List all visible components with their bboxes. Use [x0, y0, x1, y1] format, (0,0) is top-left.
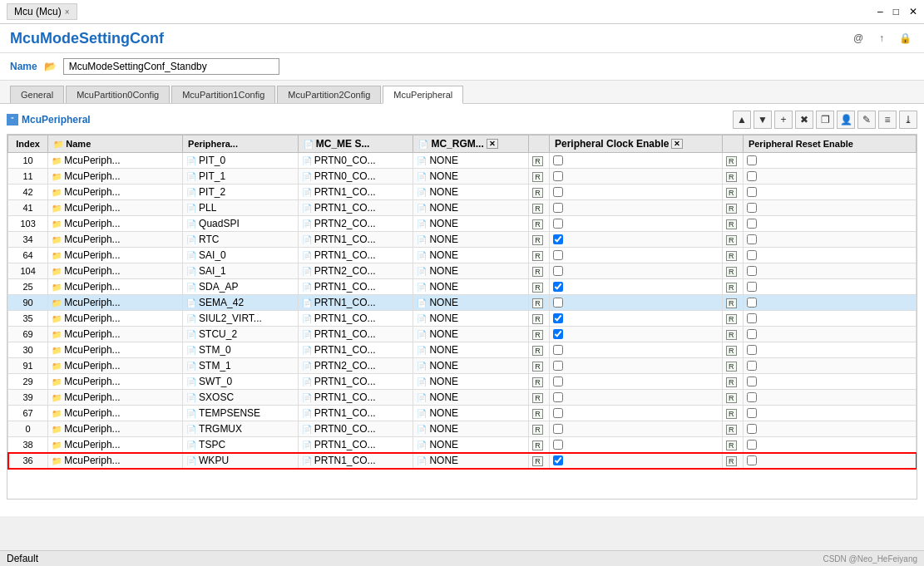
table-row[interactable]: 90 📁 McuPeriph... 📄 SEMA_42 📄 PRTN1_CO..…	[8, 295, 917, 311]
clock-checkbox[interactable]	[553, 171, 563, 181]
table-row[interactable]: 91 📁 McuPeriph... 📄 STM_1 📄 PRTN2_CO... …	[8, 358, 917, 374]
cell-reset-en[interactable]	[743, 232, 916, 248]
reset-checkbox[interactable]	[747, 345, 757, 355]
cell-reset-en[interactable]	[743, 279, 916, 295]
cell-clock-en[interactable]	[550, 390, 723, 406]
cell-clock-en[interactable]	[550, 200, 723, 216]
table-row[interactable]: 34 📁 McuPeriph... 📄 RTC 📄 PRTN1_CO... 📄 …	[8, 232, 917, 248]
reset-checkbox[interactable]	[747, 408, 757, 418]
cell-reset-en[interactable]	[743, 406, 916, 421]
clock-checkbox[interactable]	[553, 313, 563, 323]
reset-checkbox[interactable]	[747, 250, 757, 260]
clock-checkbox[interactable]	[553, 250, 563, 260]
cell-clock-en[interactable]	[550, 358, 723, 374]
reset-checkbox[interactable]	[747, 155, 757, 165]
reset-checkbox[interactable]	[747, 187, 757, 197]
table-row[interactable]: 38 📁 McuPeriph... 📄 TSPC 📄 PRTN1_CO... 📄…	[8, 437, 917, 453]
tab-peripheral[interactable]: McuPeripheral	[383, 86, 463, 104]
reset-checkbox[interactable]	[747, 329, 757, 339]
title-tab-close[interactable]: ×	[65, 7, 70, 17]
lock-icon[interactable]: 🔒	[896, 29, 914, 47]
col-x-clock[interactable]: ✕	[671, 139, 683, 149]
toolbar-up-btn[interactable]: ▲	[733, 111, 751, 129]
toolbar-user-btn[interactable]: 👤	[837, 111, 855, 129]
cell-clock-en[interactable]	[550, 216, 723, 232]
cell-clock-en[interactable]	[550, 248, 723, 263]
cell-reset-en[interactable]	[743, 295, 916, 311]
cell-reset-en[interactable]	[743, 248, 916, 263]
cell-clock-en[interactable]	[550, 327, 723, 342]
cell-clock-en[interactable]	[550, 437, 723, 453]
reset-checkbox[interactable]	[747, 234, 757, 244]
cell-clock-en[interactable]	[550, 185, 723, 200]
toolbar-list-btn[interactable]: ≡	[878, 111, 897, 129]
cell-clock-en[interactable]	[550, 342, 723, 358]
table-row[interactable]: 25 📁 McuPeriph... 📄 SDA_AP 📄 PRTN1_CO...…	[8, 279, 917, 295]
clock-checkbox[interactable]	[553, 455, 563, 465]
tab-general[interactable]: General	[10, 86, 64, 103]
table-row[interactable]: 69 📁 McuPeriph... 📄 STCU_2 📄 PRTN1_CO...…	[8, 327, 917, 342]
table-row[interactable]: 41 📁 McuPeriph... 📄 PLL 📄 PRTN1_CO... 📄 …	[8, 200, 917, 216]
clock-checkbox[interactable]	[553, 266, 563, 276]
cell-clock-en[interactable]	[550, 421, 723, 437]
cell-reset-en[interactable]	[743, 153, 916, 169]
reset-checkbox[interactable]	[747, 282, 757, 292]
clock-checkbox[interactable]	[553, 424, 563, 434]
tab-partition2[interactable]: McuPartition2Config	[277, 86, 381, 103]
cell-reset-en[interactable]	[743, 390, 916, 406]
clock-checkbox[interactable]	[553, 392, 563, 402]
reset-checkbox[interactable]	[747, 219, 757, 229]
cell-clock-en[interactable]	[550, 153, 723, 169]
cell-clock-en[interactable]	[550, 311, 723, 327]
cell-reset-en[interactable]	[743, 327, 916, 342]
clock-checkbox[interactable]	[553, 155, 563, 165]
tab-partition1[interactable]: McuPartition1Config	[171, 86, 275, 103]
reset-checkbox[interactable]	[747, 392, 757, 402]
reset-checkbox[interactable]	[747, 455, 757, 465]
cell-clock-en[interactable]	[550, 263, 723, 279]
cell-reset-en[interactable]	[743, 374, 916, 390]
toolbar-export-btn[interactable]: ⤓	[899, 111, 917, 129]
col-x-mcrgm[interactable]: ✕	[487, 139, 498, 149]
table-row[interactable]: 0 📁 McuPeriph... 📄 TRGMUX 📄 PRTN0_CO... …	[8, 421, 917, 437]
table-row[interactable]: 11 📁 McuPeriph... 📄 PIT_1 📄 PRTN0_CO... …	[8, 169, 917, 185]
table-row[interactable]: 67 📁 McuPeriph... 📄 TEMPSENSE 📄 PRTN1_CO…	[8, 406, 917, 421]
table-row[interactable]: 103 📁 McuPeriph... 📄 QuadSPI 📄 PRTN2_CO.…	[8, 216, 917, 232]
cell-reset-en[interactable]	[743, 358, 916, 374]
reset-checkbox[interactable]	[747, 424, 757, 434]
cell-reset-en[interactable]	[743, 185, 916, 200]
name-input[interactable]	[63, 58, 279, 75]
cell-reset-en[interactable]	[743, 200, 916, 216]
reset-checkbox[interactable]	[747, 203, 757, 213]
table-row[interactable]: 29 📁 McuPeriph... 📄 SWT_0 📄 PRTN1_CO... …	[8, 374, 917, 390]
clock-checkbox[interactable]	[553, 187, 563, 197]
reset-checkbox[interactable]	[747, 266, 757, 276]
cell-reset-en[interactable]	[743, 437, 916, 453]
reset-checkbox[interactable]	[747, 440, 757, 450]
reset-checkbox[interactable]	[747, 313, 757, 323]
reset-checkbox[interactable]	[747, 171, 757, 181]
reset-checkbox[interactable]	[747, 361, 757, 371]
table-row[interactable]: 104 📁 McuPeriph... 📄 SAI_1 📄 PRTN2_CO...…	[8, 263, 917, 279]
table-row[interactable]: 10 📁 McuPeriph... 📄 PIT_0 📄 PRTN0_CO... …	[8, 153, 917, 169]
minimize-icon[interactable]: –	[877, 6, 883, 17]
cell-clock-en[interactable]	[550, 169, 723, 185]
clock-checkbox[interactable]	[553, 440, 563, 450]
cell-clock-en[interactable]	[550, 453, 723, 469]
title-tab[interactable]: Mcu (Mcu) ×	[7, 3, 77, 20]
clock-checkbox[interactable]	[553, 282, 563, 292]
table-row[interactable]: 36 📁 McuPeriph... 📄 WKPU 📄 PRTN1_CO... 📄…	[8, 453, 917, 469]
cell-clock-en[interactable]	[550, 279, 723, 295]
toolbar-add-btn[interactable]: +	[774, 111, 793, 129]
cell-reset-en[interactable]	[743, 263, 916, 279]
clock-checkbox[interactable]	[553, 329, 563, 339]
toolbar-remove-btn[interactable]: ✖	[795, 111, 813, 129]
cell-clock-en[interactable]	[550, 374, 723, 390]
cell-clock-en[interactable]	[550, 406, 723, 421]
table-container[interactable]: Index 📁 Name Periphera... 📄 MC_ME S... �	[7, 134, 917, 500]
toolbar-edit-btn[interactable]: ✎	[857, 111, 876, 129]
clock-checkbox[interactable]	[553, 298, 563, 308]
reset-checkbox[interactable]	[747, 377, 757, 386]
clock-checkbox[interactable]	[553, 345, 563, 355]
clock-checkbox[interactable]	[553, 203, 563, 213]
